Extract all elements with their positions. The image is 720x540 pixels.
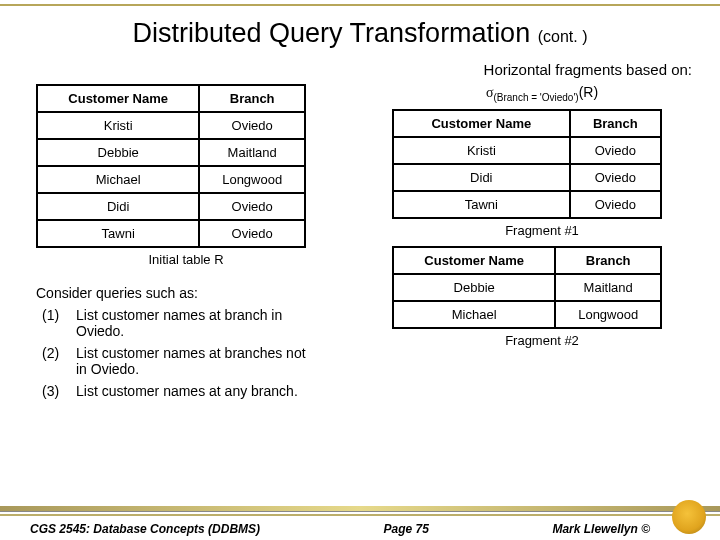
footer-text: CGS 2545: Database Concepts (DDBMS) Page… xyxy=(30,522,690,536)
list-item: (2) List customer names at branches not … xyxy=(42,345,336,377)
sigma-expression: σ(Branch = 'Oviedo')(R) xyxy=(392,84,692,103)
table-fragment-1: Customer Name Branch KristiOviedo DidiOv… xyxy=(392,109,662,219)
footer-subbar xyxy=(0,514,720,516)
subheading: Horizontal fragments based on: xyxy=(0,55,720,84)
col-header: Customer Name xyxy=(393,110,570,137)
title-suffix: (cont. ) xyxy=(538,28,588,45)
query-list: (1) List customer names at branch in Ovi… xyxy=(42,307,336,399)
list-item: (3) List customer names at any branch. xyxy=(42,383,336,399)
table-row: MichaelLongwood xyxy=(393,301,661,328)
sigma-relation: (R) xyxy=(579,84,598,100)
footer: CGS 2545: Database Concepts (DDBMS) Page… xyxy=(0,496,720,540)
table-row: KristiOviedo xyxy=(37,112,305,139)
col-header: Branch xyxy=(570,110,661,137)
consider-text: Consider queries such as: xyxy=(36,285,336,301)
query-text: List customer names at branches not in O… xyxy=(76,345,306,377)
table-row: Customer Name Branch xyxy=(393,247,661,274)
footer-center: Page 75 xyxy=(384,522,429,536)
col-header: Branch xyxy=(555,247,661,274)
right-column: σ(Branch = 'Oviedo')(R) Customer Name Br… xyxy=(392,84,692,356)
col-header: Customer Name xyxy=(393,247,555,274)
table-row: Customer Name Branch xyxy=(37,85,305,112)
list-item: (1) List customer names at branch in Ovi… xyxy=(42,307,336,339)
table-row: KristiOviedo xyxy=(393,137,661,164)
table-initial-r: Customer Name Branch KristiOviedo Debbie… xyxy=(36,84,306,248)
query-num: (2) xyxy=(42,345,76,377)
table-row: DidiOviedo xyxy=(37,193,305,220)
caption-frag1: Fragment #1 xyxy=(392,223,692,238)
table-row: DidiOviedo xyxy=(393,164,661,191)
query-num: (3) xyxy=(42,383,76,399)
footer-left: CGS 2545: Database Concepts (DDBMS) xyxy=(30,522,260,536)
table-row: DebbieMaitland xyxy=(393,274,661,301)
caption-initial: Initial table R xyxy=(36,252,336,267)
caption-frag2: Fragment #2 xyxy=(392,333,692,348)
query-text: List customer names at any branch. xyxy=(76,383,306,399)
query-num: (1) xyxy=(42,307,76,339)
slide-title: Distributed Query Transformation (cont. … xyxy=(133,18,588,48)
query-text: List customer names at branch in Oviedo. xyxy=(76,307,306,339)
ucf-logo-icon xyxy=(672,500,706,534)
table-row: TawniOviedo xyxy=(37,220,305,247)
col-header: Customer Name xyxy=(37,85,199,112)
title-main: Distributed Query Transformation xyxy=(133,18,531,48)
left-column: Customer Name Branch KristiOviedo Debbie… xyxy=(36,84,336,405)
footer-bar xyxy=(0,506,720,511)
table-row: TawniOviedo xyxy=(393,191,661,218)
sigma-predicate: (Branch = 'Oviedo') xyxy=(493,92,578,103)
footer-right: Mark Llewellyn © xyxy=(552,522,690,536)
top-rule xyxy=(0,0,720,10)
table-row: Customer Name Branch xyxy=(393,110,661,137)
col-header: Branch xyxy=(199,85,305,112)
table-row: MichaelLongwood xyxy=(37,166,305,193)
table-fragment-2: Customer Name Branch DebbieMaitland Mich… xyxy=(392,246,662,329)
table-row: DebbieMaitland xyxy=(37,139,305,166)
